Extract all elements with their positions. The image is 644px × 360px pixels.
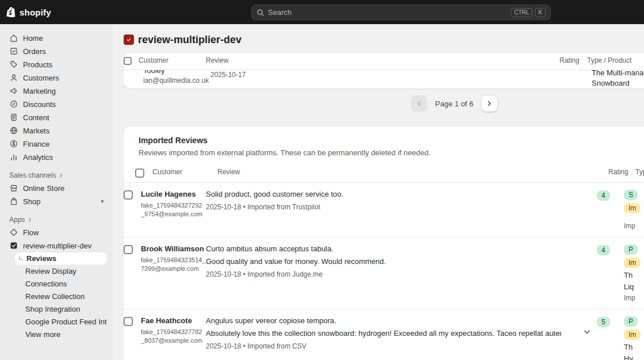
- customer-name: Tooley: [143, 70, 210, 75]
- sidebar-sublabel: Shop Integration: [25, 305, 80, 313]
- sidebar-item-review-multiplier-dev[interactable]: review-multiplier-dev: [5, 239, 108, 252]
- sidebar-item-orders[interactable]: Orders: [5, 45, 108, 58]
- chevron-right-icon: [27, 217, 33, 223]
- imported-badge: Im: [624, 330, 641, 340]
- markets-icon: [9, 126, 18, 135]
- expand-review-chevron[interactable]: [583, 327, 593, 337]
- imported-table-header: Customer Review Rating Type / Product: [124, 164, 644, 183]
- search-input[interactable]: Search CTRL K: [251, 5, 551, 20]
- sidebar-sublabel: Google Product Feed Inte...: [25, 317, 107, 326]
- sidebar-label: Products: [23, 60, 52, 69]
- analytics-icon: [9, 152, 18, 162]
- shopify-wordmark: shopify: [20, 7, 51, 17]
- table-row[interactable]: Lucile Hagenes fake_1759484327292 _9754@…: [124, 183, 644, 237]
- column-header-type-product: Type / Product: [587, 55, 644, 64]
- row-checkbox[interactable]: [124, 190, 133, 200]
- customer-email: fake_1759484327292 _9754@example.com: [141, 201, 206, 219]
- topbar: shopify Search CTRL K: [0, 0, 644, 24]
- page-title: review-multiplier-dev: [138, 34, 241, 46]
- products-icon: [9, 60, 18, 69]
- type-badge: P: [624, 244, 638, 255]
- sidebar-label: Marketing: [23, 87, 56, 95]
- sidebar-subitem-view-more[interactable]: View more: [15, 328, 107, 340]
- column-header-customer: Customer: [152, 167, 217, 176]
- sidebar-item-finance[interactable]: Finance: [5, 137, 108, 150]
- chevron-right-icon: [486, 100, 493, 107]
- sidebar-label: review-multiplier-dev: [23, 242, 91, 250]
- shortcut-key-ctrl: CTRL: [511, 8, 532, 17]
- sidebar-label: Flow: [23, 228, 39, 237]
- pagination: Page 1 of 6: [124, 95, 644, 112]
- review-body: Absolutely love this the collection snow…: [206, 329, 561, 338]
- customer-name: Brook Williamson: [141, 244, 206, 253]
- search-icon: [256, 9, 264, 17]
- sidebar-item-shop[interactable]: Shop: [5, 195, 108, 208]
- sales-channels-label: Sales channels: [9, 171, 56, 179]
- sidebar-label: Home: [23, 34, 43, 43]
- review-meta: 2025-10-18 • Imported from Judge.me: [206, 270, 580, 278]
- sidebar-item-products[interactable]: Products: [5, 58, 108, 71]
- sidebar-item-analytics[interactable]: Analytics: [5, 151, 108, 163]
- app-checkbox-icon: [9, 241, 18, 250]
- column-header-rating: Rating: [608, 167, 635, 176]
- column-header-review: Review: [206, 55, 559, 64]
- rating-badge: 4: [597, 245, 610, 255]
- sidebar-label: Finance: [23, 140, 49, 148]
- shop-status-dot: [101, 200, 103, 202]
- table-row[interactable]: Fae Heathcote fake_1759484327782 _8037@e…: [124, 309, 644, 360]
- finance-icon: [9, 139, 18, 148]
- sidebar-item-flow[interactable]: Flow: [5, 226, 108, 239]
- sidebar-label: Discounts: [23, 100, 56, 109]
- sidebar-item-discounts[interactable]: Discounts: [5, 98, 108, 110]
- column-header-customer: Customer: [139, 55, 206, 64]
- sidebar-subitem-review-display[interactable]: Review Display: [15, 265, 107, 277]
- sidebar-subitem-review-collection[interactable]: Review Collection: [15, 290, 107, 302]
- sidebar: Home Orders Products Customers Marketing…: [0, 24, 113, 360]
- sidebar-label: Online Store: [23, 184, 64, 193]
- type-badge: S: [624, 190, 638, 200]
- table-row[interactable]: Tooley ian@quillmedia.co.uk 2025-10-17 T…: [124, 70, 644, 89]
- row-checkbox[interactable]: [124, 317, 133, 326]
- select-all-checkbox[interactable]: [124, 57, 132, 65]
- previous-page-button[interactable]: [411, 95, 427, 112]
- sidebar-sublabel: Review Collection: [25, 292, 85, 301]
- table-row[interactable]: Brook Williamson fake_1759484323514_ 739…: [124, 237, 644, 309]
- app-icon: [124, 35, 134, 45]
- home-icon: [9, 33, 18, 43]
- sidebar-item-marketing[interactable]: Marketing: [5, 85, 108, 97]
- sidebar-item-customers[interactable]: Customers: [5, 71, 108, 84]
- review-title: Angulus super vereor copiose tempora.: [206, 316, 580, 325]
- sidebar-item-home[interactable]: Home: [5, 32, 108, 44]
- search-placeholder: Search: [268, 8, 508, 17]
- reviews-table-card: Customer Review Rating Type / Product To…: [124, 53, 644, 89]
- rating-badge: 5: [597, 317, 610, 327]
- apps-header[interactable]: Apps: [5, 215, 108, 225]
- online-store-icon: [9, 183, 18, 193]
- shopify-logo[interactable]: shopify: [6, 0, 51, 24]
- sidebar-label: Customers: [23, 74, 59, 82]
- sidebar-sublabel: Reviews: [26, 254, 56, 263]
- customer-name: Lucile Hagenes: [141, 190, 206, 198]
- imported-reviews-title: Imported Reviews: [139, 136, 644, 145]
- sidebar-subitem-reviews[interactable]: Reviews: [15, 252, 107, 265]
- flow-icon: [9, 228, 18, 237]
- sidebar-item-markets[interactable]: Markets: [5, 124, 108, 137]
- sidebar-subitem-google-product-feed[interactable]: Google Product Feed Inte...: [15, 316, 107, 328]
- next-page-button[interactable]: [481, 95, 497, 112]
- sidebar-label: Shop: [23, 197, 40, 206]
- sidebar-subitem-connections[interactable]: Connections: [15, 278, 107, 290]
- shopify-bag-icon: [6, 6, 17, 18]
- sidebar-sublabel: View more: [25, 330, 60, 339]
- sidebar-item-online-store[interactable]: Online Store: [5, 182, 108, 194]
- customer-email: fake_1759484327782 _8037@example.com: [141, 328, 206, 346]
- select-all-checkbox[interactable]: [135, 168, 144, 178]
- product-name: Th: [624, 343, 632, 351]
- row-checkbox[interactable]: [124, 245, 133, 254]
- review-date: 2025-10-17: [210, 70, 564, 79]
- shortcut-key-k: K: [535, 8, 546, 17]
- sidebar-item-content[interactable]: Content: [5, 111, 108, 124]
- sidebar-subitem-shop-integration[interactable]: Shop Integration: [15, 303, 107, 315]
- sales-channels-header[interactable]: Sales channels: [5, 170, 108, 181]
- customers-icon: [9, 73, 18, 82]
- customer-email: ian@quillmedia.co.uk: [143, 76, 210, 85]
